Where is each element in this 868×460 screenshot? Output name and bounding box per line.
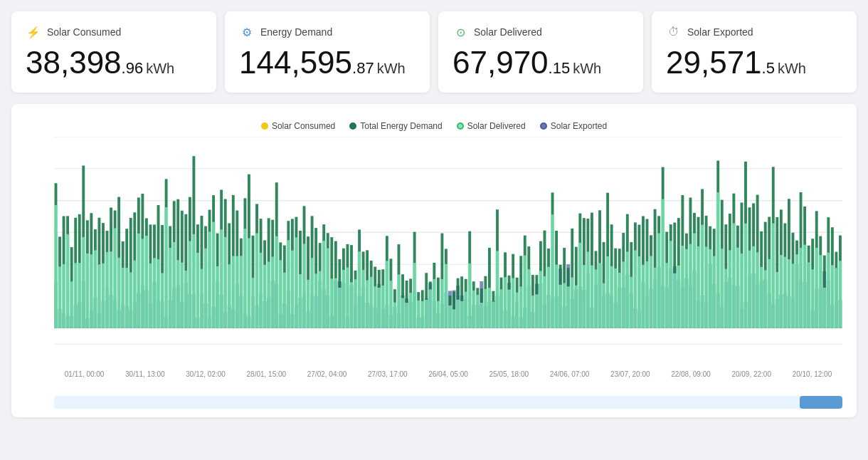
svg-rect-384 (535, 294, 539, 328)
svg-rect-603 (822, 288, 826, 328)
svg-rect-54 (101, 263, 105, 328)
metric-decimal-energy-demand: .87 (352, 59, 374, 77)
x-axis-tick: 25/05, 18:00 (479, 370, 539, 378)
svg-rect-576 (787, 259, 790, 328)
x-axis-tick: 20/09, 22:00 (721, 370, 782, 378)
svg-rect-333 (468, 263, 472, 328)
x-axis-tick: 24/06, 07:00 (539, 370, 600, 378)
x-axis-tick: 28/01, 15:00 (236, 370, 297, 378)
svg-rect-393 (547, 267, 551, 328)
svg-rect-378 (527, 269, 531, 328)
svg-rect-471 (650, 256, 653, 328)
svg-rect-336 (472, 291, 475, 328)
svg-rect-417 (578, 243, 582, 328)
svg-rect-66 (117, 258, 121, 328)
svg-rect-192 (282, 273, 286, 328)
metric-value-solar-consumed: 38,398.96kWh (26, 47, 202, 78)
svg-rect-210 (307, 280, 310, 328)
legend-item-solar-consumed[interactable]: Solar Consumed (261, 121, 335, 131)
svg-rect-309 (436, 301, 440, 328)
metric-whole-energy-demand: 144,595 (239, 45, 352, 80)
svg-rect-357 (499, 289, 503, 328)
svg-rect-345 (484, 289, 487, 328)
svg-rect-420 (582, 265, 586, 328)
svg-rect-438 (606, 256, 610, 328)
svg-rect-381 (531, 296, 534, 328)
svg-rect-186 (275, 236, 278, 328)
metric-value-solar-delivered: 67,970.15kWh (452, 47, 629, 78)
legend-label: Solar Consumed (272, 121, 335, 131)
svg-rect-144 (220, 229, 223, 328)
svg-rect-234 (338, 288, 342, 328)
svg-rect-99 (161, 273, 164, 328)
svg-rect-396 (551, 214, 554, 328)
svg-rect-246 (354, 279, 357, 328)
svg-rect-363 (507, 290, 511, 328)
svg-rect-180 (267, 261, 270, 328)
svg-rect-48 (93, 251, 97, 328)
svg-rect-354 (495, 251, 499, 328)
svg-rect-450 (622, 261, 625, 328)
svg-rect-360 (504, 277, 507, 328)
svg-rect-375 (523, 256, 526, 328)
svg-rect-429 (594, 269, 598, 328)
svg-rect-582 (795, 254, 799, 328)
legend-item-solar-exported[interactable]: Solar Exported (540, 121, 607, 131)
svg-rect-177 (263, 265, 267, 328)
x-axis-tick: 27/02, 04:00 (297, 370, 357, 378)
svg-rect-570 (779, 255, 783, 328)
svg-rect-534 (732, 223, 736, 328)
svg-rect-165 (247, 238, 250, 328)
svg-rect-516 (709, 249, 712, 328)
svg-rect-21 (58, 266, 62, 328)
svg-rect-162 (243, 229, 247, 328)
scrollbar-handle[interactable] (800, 396, 842, 409)
svg-rect-537 (736, 248, 739, 328)
svg-rect-72 (125, 268, 129, 328)
svg-rect-138 (212, 222, 216, 328)
scrollbar[interactable] (54, 396, 842, 409)
metric-card-solar-delivered: ⊙ Solar Delivered 67,970.15kWh (438, 11, 643, 93)
svg-rect-444 (614, 268, 618, 328)
svg-rect-183 (271, 257, 275, 328)
svg-rect-276 (393, 303, 396, 328)
svg-rect-291 (413, 263, 416, 328)
legend-label: Solar Delivered (467, 121, 526, 131)
svg-rect-213 (310, 258, 314, 328)
svg-rect-543 (744, 224, 748, 328)
legend-item-solar-delivered[interactable]: Solar Delivered (457, 121, 526, 131)
svg-rect-612 (835, 268, 838, 328)
legend-item-total-energy-demand[interactable]: Total Energy Demand (349, 121, 442, 131)
metric-decimal-solar-delivered: .15 (549, 59, 571, 77)
svg-rect-36 (78, 263, 81, 328)
svg-rect-306 (433, 279, 436, 328)
svg-rect-294 (417, 300, 420, 328)
svg-rect-606 (827, 253, 830, 328)
svg-rect-147 (223, 237, 227, 328)
svg-rect-171 (255, 233, 259, 328)
svg-rect-351 (492, 301, 495, 328)
svg-rect-273 (389, 281, 393, 328)
svg-rect-528 (724, 269, 728, 328)
svg-rect-321 (452, 309, 456, 328)
metric-icon-solar-delivered: ⊙ (452, 24, 468, 40)
legend-label: Solar Exported (551, 121, 607, 131)
svg-rect-87 (144, 236, 148, 328)
svg-rect-255 (366, 281, 369, 328)
metric-header-solar-delivered: ⊙ Solar Delivered (452, 24, 629, 40)
svg-rect-402 (559, 285, 562, 328)
svg-rect-225 (326, 249, 329, 328)
metric-card-energy-demand: ⚙ Energy Demand 144,595.87kWh (225, 11, 430, 93)
svg-rect-555 (760, 267, 763, 328)
metric-value-solar-exported: 29,571.5kWh (666, 47, 842, 78)
legend-dot (540, 122, 547, 130)
svg-rect-240 (346, 268, 349, 328)
metric-header-solar-consumed: ⚡ Solar Consumed (26, 24, 202, 40)
svg-rect-342 (480, 303, 483, 328)
metric-whole-solar-exported: 29,571 (666, 45, 762, 80)
svg-rect-126 (196, 253, 199, 328)
metrics-row: ⚡ Solar Consumed 38,398.96kWh ⚙ Energy D… (11, 11, 857, 93)
svg-rect-405 (563, 283, 566, 328)
chart-area: 60 50 40 30 20 10 0 -10 01/11, 00:0030/1… (26, 137, 842, 393)
svg-rect-411 (571, 278, 574, 328)
